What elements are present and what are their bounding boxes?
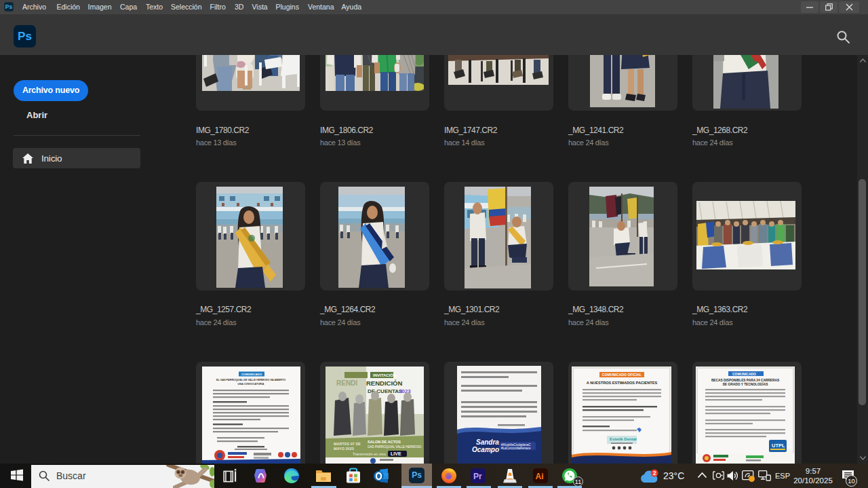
svg-text:COMUNICADO OFICIAL: COMUNICADO OFICIAL	[602, 373, 642, 377]
svg-text:MARTES 07 DE: MARTES 07 DE	[334, 442, 361, 446]
svg-text:RENDI: RENDI	[336, 379, 357, 387]
svg-text:Sandra: Sandra	[476, 438, 499, 446]
svg-text:Estetik Dental: Estetik Dental	[610, 437, 637, 441]
svg-text:GAD PARROQUIAL VALLE HERMOSO: GAD PARROQUIAL VALLE HERMOSO	[368, 445, 422, 449]
svg-text:#LaConcordiaRenace: #LaConcordiaRenace	[501, 447, 531, 450]
svg-text:UTPL: UTPL	[772, 443, 785, 449]
svg-text:2: 2	[653, 470, 656, 476]
svg-text:BECAS DISPONIBLES PARA 24 CARR: BECAS DISPONIBLES PARA 24 CARRERAS	[711, 379, 780, 382]
svg-text:Pr: Pr	[473, 472, 482, 481]
svg-text:DE GRADO Y TECNOLOGÍAS: DE GRADO Y TECNOLOGÍAS	[723, 381, 769, 386]
svg-text:Ocampo: Ocampo	[472, 446, 499, 453]
svg-text:EL GAD PARROQUIAL DE VALLE HER: EL GAD PARROQUIAL DE VALLE HERMOSO HA AB…	[216, 379, 285, 381]
svg-text:MAYO 2023: MAYO 2023	[334, 447, 354, 451]
svg-text:INVITACIÓN: INVITACIÓN	[373, 373, 396, 377]
svg-text:COMUNICADO: COMUNICADO	[732, 372, 756, 376]
svg-text:A NUESTROS ESTIMADOS PACIENTES: A NUESTROS ESTIMADOS PACIENTES	[587, 381, 658, 385]
svg-text:RENDICIÓN: RENDICIÓN	[366, 379, 402, 387]
svg-text:Ai: Ai	[536, 472, 544, 481]
svg-text:LIVE: LIVE	[391, 451, 401, 456]
svg-text:COMUNICADO: COMUNICADO	[241, 373, 262, 376]
svg-text:SALON DE ACTOS: SALON DE ACTOS	[368, 440, 401, 444]
svg-text:Transmisión en vivo: Transmisión en vivo	[353, 452, 386, 456]
svg-text:UNA CONVOCATORIA: UNA CONVOCATORIA	[238, 383, 264, 386]
